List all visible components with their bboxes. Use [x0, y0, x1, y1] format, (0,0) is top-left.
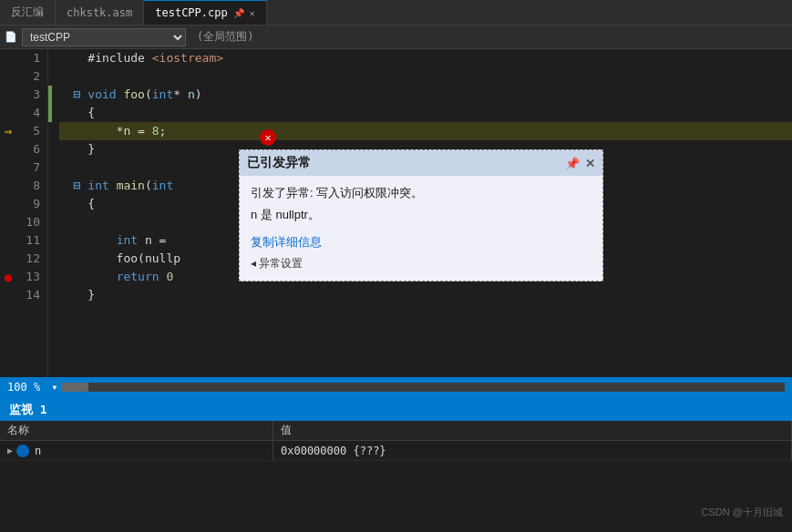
tab-chkstk-label: chkstk.asm: [67, 6, 132, 19]
close-exception-icon[interactable]: ✕: [585, 157, 595, 170]
linenum-10: 10: [16, 213, 40, 231]
code-line-14: }: [59, 286, 792, 304]
linenum-1: 1: [16, 49, 40, 67]
watch-title: 监视 1: [9, 402, 47, 418]
linenum-4: 4: [16, 104, 40, 122]
watch-row-1[interactable]: ▶ n 0x00000000 {???}: [0, 441, 792, 461]
watch-cell-value-1: 0x00000000 {???}: [273, 441, 792, 460]
watch-col-value: 值: [273, 421, 792, 440]
watch-title-bar: 监视 1: [0, 399, 792, 421]
linenum-12: 12: [16, 250, 40, 268]
exception-line1: 引发了异常: 写入访问权限冲突。: [251, 185, 591, 201]
tab-chkstk[interactable]: chkstk.asm: [56, 0, 144, 25]
watch-cell-name-1: ▶ n: [0, 441, 273, 460]
pin-icon[interactable]: 📌: [233, 8, 244, 18]
arrow-13: ●: [5, 268, 12, 286]
exception-more[interactable]: ◂ 异常设置: [251, 256, 591, 271]
watch-panel: 监视 1 名称 值 ▶ n 0x00000000 {???} CSDN @十月旧…: [0, 397, 792, 525]
code-line-2: [59, 67, 792, 86]
editor-container: ⇒ ● 1 2 3 4 5 6 7 8 9 10 11 12 13 14: [0, 49, 792, 377]
watch-expand-icon[interactable]: ▶: [7, 445, 13, 455]
tab-disasm[interactable]: 反汇编: [0, 0, 56, 25]
watch-var-icon: [16, 445, 29, 457]
watch-table: 名称 值 ▶ n 0x00000000 {???}: [0, 421, 792, 473]
nav-bar: 📄 testCPP (全局范围): [0, 26, 792, 49]
linenum-7: 7: [16, 159, 40, 177]
editor-statusbar: 100 % ▾: [0, 377, 792, 397]
linenum-8: 8: [16, 177, 40, 195]
linenum-13: 13: [16, 268, 40, 286]
code-line-1: #include <iostream>: [59, 49, 792, 67]
exception-body: 引发了异常: 写入访问权限冲突。 n 是 nullptr。 复制详细信息 ◂ 异…: [240, 176, 602, 281]
tab-bar: 反汇编 chkstk.asm testCPP.cpp 📌 ✕: [0, 0, 792, 26]
tab-testcpp-label: testCPP.cpp: [155, 6, 227, 19]
close-icon[interactable]: ✕: [250, 8, 255, 18]
exception-title: 已引发异常: [247, 155, 311, 171]
linenum-2: 2: [16, 67, 40, 86]
scrollbar-area[interactable]: [61, 383, 785, 392]
exception-line2: n 是 nullptr。: [251, 207, 591, 223]
line-numbers: 1 2 3 4 5 6 7 8 9 10 11 12 13 14: [16, 49, 48, 377]
linenum-5: 5: [16, 122, 40, 140]
linenum-11: 11: [16, 231, 40, 250]
code-line-3: ⊟ void foo(int* n): [59, 86, 792, 104]
exception-copy-link[interactable]: 复制详细信息: [251, 234, 591, 251]
code-line-5: *n = 8;: [59, 122, 792, 140]
arrow-5: ⇒: [5, 122, 12, 140]
tab-testcpp[interactable]: testCPP.cpp 📌 ✕: [144, 0, 267, 25]
zoom-level: 100 %: [7, 381, 40, 394]
code-line-4: {: [59, 104, 792, 122]
linenum-14: 14: [16, 286, 40, 304]
linenum-9: 9: [16, 195, 40, 213]
file-icon: 📄: [4, 30, 18, 45]
watch-var-name: n: [35, 445, 41, 457]
watermark-text: CSDN @十月旧城: [702, 506, 783, 519]
watch-col-name: 名称: [0, 421, 273, 440]
pin-exception-icon[interactable]: 📌: [565, 157, 580, 170]
exception-more-label: ◂ 异常设置: [251, 256, 303, 271]
scope-select[interactable]: testCPP: [22, 28, 186, 46]
arrow-column: ⇒ ●: [0, 49, 16, 377]
watch-header: 名称 值: [0, 421, 792, 441]
linenum-6: 6: [16, 140, 40, 159]
exception-popup: 已引发异常 📌 ✕ 引发了异常: 写入访问权限冲突。 n 是 nullptr。 …: [239, 149, 603, 281]
exception-error-icon: ✕: [260, 129, 276, 146]
scrollbar-thumb[interactable]: [61, 383, 88, 392]
scope-label: (全局范围): [197, 29, 253, 45]
exception-title-icons: 📌 ✕: [565, 157, 595, 170]
exception-title-bar: 已引发异常 📌 ✕: [240, 150, 602, 176]
linenum-3: 3: [16, 86, 40, 104]
zoom-down-icon[interactable]: ▾: [51, 381, 57, 394]
tab-disasm-label: 反汇编: [11, 5, 44, 20]
